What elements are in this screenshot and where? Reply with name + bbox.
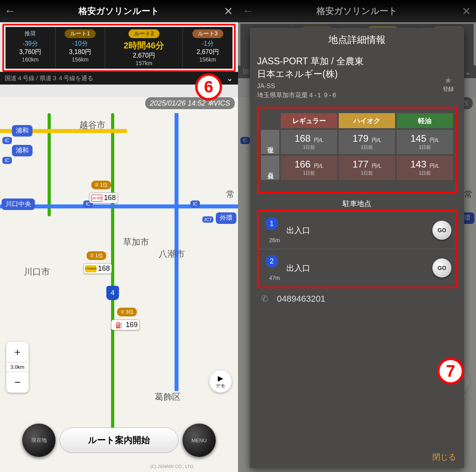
sheet-title: 地点詳細情報 [250, 33, 464, 46]
sheet-close-button[interactable]: 閉じる [250, 448, 464, 468]
phone-icon: ✆ [261, 294, 277, 304]
current-location-dial[interactable]: 現在地 [22, 424, 56, 457]
route-label: ルート2 [129, 29, 159, 38]
favorite-label: 登録 [443, 86, 454, 93]
route-card-recommended[interactable]: 推奨 -39分 3,760円 160km [6, 27, 56, 69]
route-label: ルート1 [65, 29, 96, 38]
route-distance: 157km [107, 60, 181, 66]
price-table-highlight: レギュラー ハイオク 軽油 現金 168 円/L1日前 179 円/L1日前 1… [257, 107, 457, 193]
route-distance: 160km [7, 56, 54, 63]
parking-name: 出入口 [286, 263, 432, 274]
detail-sheet: 地点詳細情報 JASS-PORT 草加 / 全農東 日本エネルギー(株) ★ 登… [250, 28, 464, 468]
route-label: ルート3 [192, 29, 223, 38]
price-cell: 166 円/L1日前 [281, 156, 337, 180]
demo-label: デモ [216, 383, 225, 389]
rank-badge: 1位 [91, 181, 111, 189]
phone-number: 0489463201 [277, 294, 325, 304]
map-copyright: (C) ZENRIN CO., LTD. [150, 464, 194, 469]
ic-badge: IC [2, 137, 12, 144]
back-icon[interactable]: ← [0, 5, 20, 17]
route-summary-bar: 推奨 -39分 3,760円 160km ルート1 -10分 3,180円 15… [6, 27, 232, 69]
zoom-out-button[interactable]: − [6, 372, 29, 393]
jct-badge: JCT [202, 216, 213, 223]
zoom-in-button[interactable]: ＋ [6, 342, 29, 362]
price-cell: 179 円/L1日前 [339, 130, 395, 154]
zoom-control: ＋ 3.0km − [6, 342, 29, 393]
gas-price-pin[interactable]: ⛽ 169 [111, 320, 140, 330]
price-cell: 143 円/L1日前 [397, 156, 453, 180]
route-summary-highlight: 推奨 -39分 3,760円 160km ルート1 -10分 3,180円 15… [2, 24, 236, 72]
rank-badge: 3位 [117, 308, 137, 316]
parking-list-highlight: 1 26m 出入口 GO 2 47m 出入口 GO [257, 210, 457, 288]
route-shield-icon: 4 [106, 286, 119, 300]
parking-number-badge: 2 [265, 255, 278, 268]
parking-name: 出入口 [286, 225, 432, 236]
route-time: -1分 [184, 40, 231, 48]
station-address: 埼玉県草加市花栗４-１９-６ [257, 91, 457, 100]
page-title: 格安ガソリンルート [258, 5, 456, 17]
ic-badge: IC [2, 157, 12, 164]
phone-row[interactable]: ✆ 0489463201 [257, 288, 457, 304]
parking-item[interactable]: 1 26m 出入口 GO [259, 212, 455, 249]
close-icon[interactable]: ✕ [218, 5, 238, 18]
price-value: 168 [98, 264, 110, 273]
route-distance: 156km [57, 56, 104, 63]
map-area[interactable]: 2025/01/26 14:52 ✲VICS 越谷市 川口市 草加市 八潮市 葛… [0, 97, 238, 472]
price-cell: 145 円/L1日前 [397, 130, 453, 154]
start-guidance-button[interactable]: ルート案内開始 [60, 428, 178, 453]
route-price: 2,670円 [184, 48, 231, 56]
go-button[interactable]: GO [432, 221, 451, 240]
station-brand: JA-SS [257, 83, 457, 90]
route-price: 2,670円 [107, 52, 181, 60]
price-value: 169 [126, 321, 138, 329]
col-header-diesel: 軽油 [397, 113, 453, 128]
go-button[interactable]: GO [432, 258, 451, 277]
city-label: 越谷市 [79, 119, 106, 131]
favorite-button[interactable]: ★ 登録 [443, 75, 454, 93]
header-bar: ← 格安ガソリンルート ✕ [0, 0, 238, 22]
route-distance: 156km [184, 56, 231, 63]
route-via-text: 国道４号線 / 県道３４号線を通る [5, 75, 93, 82]
route-card-1[interactable]: ルート1 -10分 3,180円 156km [56, 27, 106, 69]
parking-distance: 47m [269, 275, 280, 281]
city-label: 川口市 [24, 266, 50, 278]
price-cell: 177 円/L1日前 [339, 156, 395, 180]
price-value: 168 [104, 194, 116, 202]
route-time: -39分 [7, 40, 54, 48]
ic-label: 川口中央 [2, 198, 35, 210]
city-label: 葛飾区 [155, 391, 181, 403]
col-header-hioct: ハイオク [339, 113, 395, 128]
demo-button[interactable]: ▶ デモ [209, 370, 232, 393]
gas-price-pin[interactable]: JA SS 168 [89, 193, 118, 203]
ic-label: 浦和 [12, 125, 33, 137]
menu-dial[interactable]: MENU [182, 424, 216, 457]
parking-number-badge: 1 [265, 217, 278, 230]
chevron-down-icon[interactable]: ⌄ [226, 73, 233, 83]
brand-icon-cygnus: CYGNUS [85, 265, 96, 272]
route-price: 3,180円 [57, 48, 104, 56]
parking-item[interactable]: 2 47m 出入口 GO [259, 249, 455, 287]
city-label: 常 [226, 189, 235, 200]
zoom-scale-label: 3.0km [6, 362, 29, 372]
col-header-regular: レギュラー [281, 113, 337, 128]
route-time: -10分 [57, 40, 104, 48]
fuel-icon: ⛽ [113, 322, 124, 329]
city-label: 草加市 [123, 236, 149, 248]
route-time: 2時間46分 [107, 40, 181, 52]
route-label: 推奨 [19, 29, 41, 38]
back-icon[interactable]: ← [238, 5, 258, 17]
annotation-7: 7 [437, 358, 464, 385]
play-icon: ▶ [218, 374, 223, 383]
price-cell: 168 円/L1日前 [281, 130, 337, 154]
row-header-cash: 現金 [261, 130, 279, 154]
route-card-3[interactable]: ルート3 -1分 2,670円 156km [183, 27, 232, 69]
annotation-6: 6 [195, 73, 222, 100]
parking-section-title: 駐車地点 [257, 199, 457, 208]
gas-price-pin[interactable]: CYGNUS 168 [83, 263, 112, 274]
vics-timestamp: 2025/01/26 14:52 ✲VICS [145, 97, 235, 109]
route-card-2-active[interactable]: ルート2 2時間46分 2,670円 157km [105, 27, 183, 69]
ic-label: 外環 [216, 212, 236, 224]
row-header-member: 会員 [261, 156, 279, 180]
close-icon[interactable]: ✕ [456, 5, 476, 18]
parking-distance: 26m [269, 237, 280, 243]
